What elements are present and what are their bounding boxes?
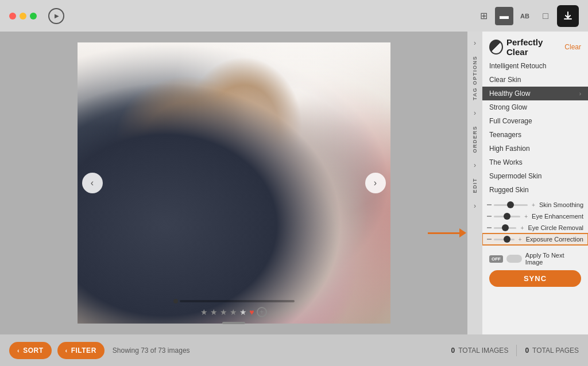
- arrow-head: [459, 228, 466, 237]
- slider-dash-1: [487, 204, 492, 205]
- preset-intelligent-retouch[interactable]: Intelligent Retouch: [482, 59, 588, 73]
- eye-enhancement-track[interactable]: [494, 216, 520, 217]
- skin-smoothing-row: + Skin Smoothing: [482, 199, 588, 211]
- filter-chevron-icon: ‹: [65, 347, 68, 354]
- exposure-plus[interactable]: +: [517, 236, 524, 243]
- sidebar-tab-orders[interactable]: ORDERS: [469, 119, 481, 160]
- split-view-icon[interactable]: □: [536, 7, 555, 25]
- star-2[interactable]: ★: [210, 307, 218, 317]
- photo-image: [78, 42, 390, 324]
- eye-enhancement-plus[interactable]: +: [523, 213, 529, 220]
- close-button[interactable]: [9, 13, 16, 20]
- exposure-correction-row: + Exposure Correction: [482, 233, 588, 245]
- perfectly-clear-logo: [489, 40, 503, 54]
- arrow-annotation: [428, 228, 466, 237]
- filmstrip-track[interactable]: [180, 300, 295, 302]
- sidebar-tab-tag-options[interactable]: TAG OPTIONS: [469, 49, 481, 107]
- drag-handle[interactable]: [222, 322, 245, 324]
- eye-enhancement-thumb[interactable]: [504, 213, 510, 220]
- photo-container: ‹ ›: [78, 42, 390, 324]
- exposure-label: Exposure Correction: [526, 236, 583, 243]
- grid-view-icon[interactable]: ⊞: [474, 7, 493, 25]
- eye-enhancement-row: + Eye Enhancement: [482, 211, 588, 222]
- next-photo-button[interactable]: ›: [365, 173, 386, 193]
- eye-circle-label: Eye Circle Removal: [528, 224, 583, 231]
- sliders-section: + Skin Smoothing + Eye Enhancement: [482, 197, 588, 247]
- eye-circle-row: + Eye Circle Removal: [482, 222, 588, 233]
- eye-circle-thumb[interactable]: [502, 224, 509, 231]
- preset-high-fashion[interactable]: High Fashion: [482, 142, 588, 155]
- arrow-line: [428, 232, 459, 234]
- total-pages-count: 0: [525, 346, 529, 355]
- eye-enhancement-label: Eye Enhancement: [532, 213, 583, 220]
- bottom-separator: [516, 345, 517, 356]
- minimize-button[interactable]: [20, 13, 26, 20]
- prev-photo-button[interactable]: ‹: [82, 173, 103, 193]
- skin-smoothing-plus[interactable]: +: [530, 201, 537, 208]
- preset-list: Intelligent Retouch Clear Skin Healthy G…: [482, 59, 588, 197]
- sidebar-tab-edit[interactable]: EDIT: [469, 171, 481, 200]
- sidebar-content: Perfectly Clear Clear Intelligent Retouc…: [482, 32, 588, 334]
- sidebar-tab-chevron-2[interactable]: ›: [467, 159, 482, 171]
- eye-circle-plus[interactable]: +: [519, 224, 525, 231]
- sort-button[interactable]: ‹ SORT: [9, 342, 52, 359]
- dot-active[interactable]: [173, 299, 178, 303]
- filter-label: FILTER: [71, 346, 96, 355]
- eye-circle-track[interactable]: [494, 227, 516, 229]
- star-5[interactable]: ★: [239, 307, 247, 317]
- filter-button[interactable]: ‹ FILTER: [57, 342, 105, 359]
- single-view-icon[interactable]: ▬: [495, 7, 513, 25]
- exposure-thumb[interactable]: [504, 236, 510, 243]
- titlebar: ⊞ ▬ AB □: [0, 0, 588, 32]
- apply-toggle[interactable]: [506, 255, 522, 263]
- apply-label: Apply To Next Image: [525, 252, 581, 266]
- sidebar-tab-chevron-1[interactable]: ›: [467, 107, 482, 119]
- rating-row: ★ ★ ★ ★ ★ ♥ +: [200, 307, 266, 317]
- preset-teenagers[interactable]: Teenagers: [482, 128, 588, 142]
- preset-rugged-skin[interactable]: Rugged Skin: [482, 183, 588, 197]
- heart-icon[interactable]: ♥: [249, 307, 254, 317]
- compare-view-icon[interactable]: AB: [516, 7, 534, 25]
- add-rating-button[interactable]: +: [257, 307, 267, 317]
- preset-full-coverage[interactable]: Full Coverage: [482, 114, 588, 128]
- sidebar-collapse-chevron[interactable]: ›: [467, 37, 482, 49]
- play-button[interactable]: [48, 8, 64, 24]
- filmstrip-dots: [173, 299, 295, 303]
- star-3[interactable]: ★: [220, 307, 227, 317]
- sidebar-tabs: › TAG OPTIONS › ORDERS › EDIT ›: [467, 32, 482, 334]
- preset-healthy-glow[interactable]: Healthy Glow ›: [482, 87, 588, 100]
- skin-smoothing-thumb[interactable]: [507, 201, 514, 208]
- export-button[interactable]: [557, 5, 579, 27]
- sort-label: SORT: [23, 346, 43, 355]
- total-pages-label: TOTAL PAGES: [532, 346, 579, 355]
- preset-the-works[interactable]: The Works: [482, 155, 588, 169]
- slider-dash-4: [487, 239, 492, 240]
- sync-button[interactable]: SYNC: [489, 270, 581, 287]
- sidebar-expand-chevron[interactable]: ›: [467, 200, 482, 212]
- traffic-lights: [9, 13, 37, 20]
- skin-smoothing-label: Skin Smoothing: [539, 201, 583, 208]
- apply-row: OFF Apply To Next Image: [489, 252, 581, 266]
- filmstrip-bar: ★ ★ ★ ★ ★ ♥ +: [0, 299, 467, 324]
- clear-button[interactable]: Clear: [564, 43, 581, 51]
- perfectly-clear-header: Perfectly Clear Clear: [482, 32, 588, 59]
- skin-smoothing-track[interactable]: [494, 204, 528, 206]
- total-images-count: 0: [451, 346, 455, 355]
- preset-supermodel-skin[interactable]: Supermodel Skin: [482, 169, 588, 183]
- bottom-bar: ‹ SORT ‹ FILTER Showing 73 of 73 images …: [0, 334, 588, 366]
- slider-dash-3: [487, 227, 492, 228]
- preset-strong-glow[interactable]: Strong Glow: [482, 100, 588, 114]
- star-4[interactable]: ★: [230, 307, 237, 317]
- main-area: ‹ › ★ ★ ★ ★ ★ ♥ + › TAG OPTIONS: [0, 32, 588, 334]
- right-sidebar: › TAG OPTIONS › ORDERS › EDIT › Perfectl…: [467, 32, 588, 334]
- photo-background: [78, 42, 390, 324]
- preset-chevron: ›: [579, 91, 581, 97]
- off-badge: OFF: [489, 255, 503, 263]
- exposure-track[interactable]: [494, 239, 514, 240]
- star-1[interactable]: ★: [200, 307, 208, 317]
- maximize-button[interactable]: [30, 13, 37, 20]
- sort-chevron-icon: ‹: [17, 347, 20, 354]
- total-images-label: TOTAL IMAGES: [458, 346, 508, 355]
- bottom-stats: 0 TOTAL IMAGES 0 TOTAL PAGES: [451, 345, 579, 356]
- preset-clear-skin[interactable]: Clear Skin: [482, 73, 588, 87]
